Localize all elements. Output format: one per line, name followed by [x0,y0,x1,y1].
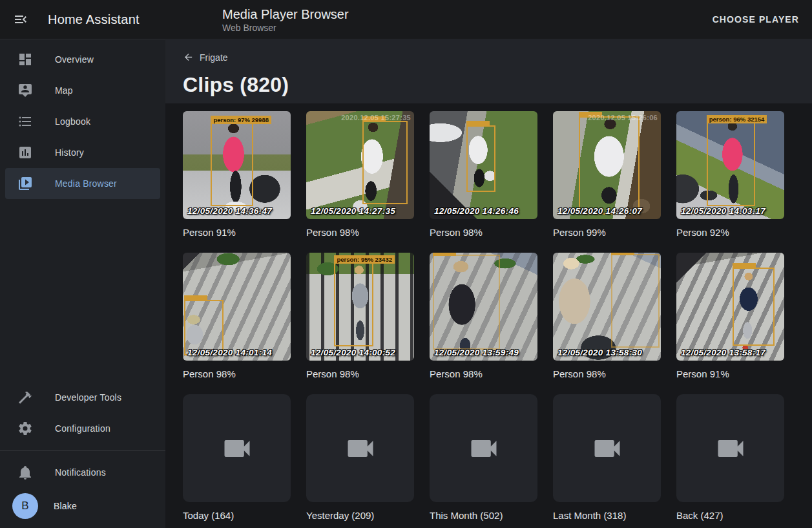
clip-card[interactable]: 12/05/2020 13:58:17 Person 91% [676,253,784,379]
clip-label: Person 91% [183,227,291,238]
sidebar-item-notifications[interactable]: Notifications [5,457,160,488]
sidebar-item-overview[interactable]: Overview [5,44,160,75]
detection-bounding-box [433,255,500,350]
sidebar-item-map[interactable]: Map [5,75,160,106]
clip-label: Person 91% [676,368,784,379]
top-bar: Home Assistant Media Player Browser Web … [0,0,812,39]
choose-player-button[interactable]: CHOOSE PLAYER [707,9,804,30]
clip-card[interactable]: 2020.12.05 15:27:35 12/05/2020 14:27:35 … [306,111,414,238]
sidebar-item-label: Logbook [55,116,90,127]
folder-card[interactable]: Last Month (318) [553,394,661,521]
clip-card[interactable]: 12/05/2020 13:59:49 Person 98% [430,253,537,379]
timestamp-overlay: 12/05/2020 13:59:49 [434,348,519,357]
clip-label: Person 98% [553,368,661,379]
detection-bounding-box: person: 97% 29988 [211,123,253,206]
timestamp-overlay: 12/05/2020 13:58:17 [681,348,765,357]
clip-thumbnail: 12/05/2020 13:58:30 [553,253,661,361]
detection-bounding-box [466,125,495,193]
sidebar-item-label: Overview [55,54,94,65]
clip-card[interactable]: 12/05/2020 14:01:14 Person 98% [183,253,291,379]
sidebar-item-media-browser[interactable]: Media Browser [5,168,160,199]
folder-card[interactable]: This Month (502) [430,394,537,521]
bell-icon [17,465,33,480]
page-subtitle: Web Browser [222,23,707,33]
clip-thumbnail: 2020.12.05 15:26:06 12/05/2020 14:26:07 [553,111,661,219]
clip-card[interactable]: person: 95% 23432 12/05/2020 14:00:52 Pe… [306,253,414,379]
detection-chip: person: 96% 32154 [707,115,767,123]
clip-label: Person 98% [430,227,537,238]
sidebar-item-configuration[interactable]: Configuration [5,413,160,444]
sidebar-spacer [0,199,165,382]
sidebar-item-label: Map [55,85,73,96]
map-account-icon [17,83,33,98]
content-scroll-area[interactable]: person: 97% 29988 12/05/2020 14:36:47 Pe… [165,103,812,528]
camera-timestamp-overlay: 2020.12.05 15:27:35 [341,114,411,121]
folder-card[interactable]: Yesterday (209) [306,394,414,521]
history-chart-icon [17,145,33,160]
video-camera-icon [714,432,747,465]
sidebar: Overview Map Logbook History Media Brows… [0,39,165,528]
sidebar-item-label: Notifications [55,467,106,478]
media-grid: person: 97% 29988 12/05/2020 14:36:47 Pe… [165,103,812,526]
folder-thumbnail [430,394,537,502]
gear-icon [17,421,33,436]
sidebar-item-developer-tools[interactable]: Developer Tools [5,382,160,413]
clip-card[interactable]: person: 97% 29988 12/05/2020 14:36:47 Pe… [183,111,291,238]
clip-thumbnail: 12/05/2020 13:59:49 [430,253,537,361]
breadcrumb[interactable]: Frigate [183,52,228,63]
clip-label: Person 98% [306,368,414,379]
video-camera-icon [344,432,377,465]
clip-thumbnail: 12/05/2020 13:58:17 [676,253,784,361]
folder-card[interactable]: Back (427) [676,394,784,521]
clip-card[interactable]: 2020.12.05 15:26:06 12/05/2020 14:26:07 … [553,111,661,238]
video-camera-icon [467,432,501,465]
clip-label: Person 99% [553,227,661,238]
clip-thumbnail: person: 95% 23432 12/05/2020 14:00:52 [306,253,414,361]
arrow-left-icon [183,52,194,63]
camera-timestamp-overlay: 2020.12.05 15:26:06 [588,114,658,121]
content-header: Frigate Clips (820) [165,39,812,103]
app-title: Home Assistant [48,12,140,27]
detection-chip [184,295,207,301]
clip-card[interactable]: 12/05/2020 13:58:30 Person 98% [553,253,661,379]
menu-open-icon [13,12,28,27]
sidebar-toggle-button[interactable] [13,12,28,27]
avatar: B [12,493,38,519]
timestamp-overlay: 12/05/2020 13:58:30 [557,348,642,357]
sidebar-nav: Overview Map Logbook History Media Brows… [0,44,165,199]
sidebar-item-history[interactable]: History [5,137,160,168]
timestamp-overlay: 12/05/2020 14:00:52 [311,348,395,357]
clip-thumbnail: person: 96% 32154 12/05/2020 14:03:17 [676,111,784,219]
sidebar-item-logbook[interactable]: Logbook [5,106,160,137]
sidebar-item-label: Developer Tools [55,392,121,403]
detection-chip [466,121,490,127]
folder-thumbnail [183,394,291,502]
clip-thumbnail: person: 97% 29988 12/05/2020 14:36:47 [183,111,291,219]
folder-card[interactable]: Today (164) [183,394,291,521]
topbar-left: Home Assistant [0,12,165,27]
sidebar-divider [0,450,165,451]
sidebar-user-item[interactable]: B Blake [5,488,160,524]
folder-label: Back (427) [676,510,784,521]
detection-bounding-box: person: 95% 23432 [334,262,373,346]
folder-thumbnail [306,394,414,502]
detection-chip: person: 97% 29988 [211,116,271,124]
detection-bounding-box [579,116,640,215]
folder-label: Last Month (318) [553,510,661,521]
video-camera-icon [590,432,624,465]
timestamp-overlay: 12/05/2020 14:36:47 [187,206,272,216]
sidebar-item-label: History [55,147,84,158]
folder-thumbnail [676,394,784,502]
clip-thumbnail: 12/05/2020 14:26:46 [430,111,537,219]
timestamp-overlay: 12/05/2020 14:03:17 [681,206,765,216]
clip-card[interactable]: 12/05/2020 14:26:46 Person 98% [430,111,537,238]
detection-chip [433,253,456,256]
clip-card[interactable]: person: 96% 32154 12/05/2020 14:03:17 Pe… [676,111,784,238]
folder-label: Yesterday (209) [306,510,414,521]
detection-bounding-box: person: 96% 32154 [707,122,755,206]
breadcrumb-label: Frigate [200,52,228,63]
detection-bounding-box [184,300,224,355]
clip-label: Person 92% [676,227,784,238]
timestamp-overlay: 12/05/2020 14:26:07 [557,206,642,216]
logbook-list-icon [17,114,33,129]
